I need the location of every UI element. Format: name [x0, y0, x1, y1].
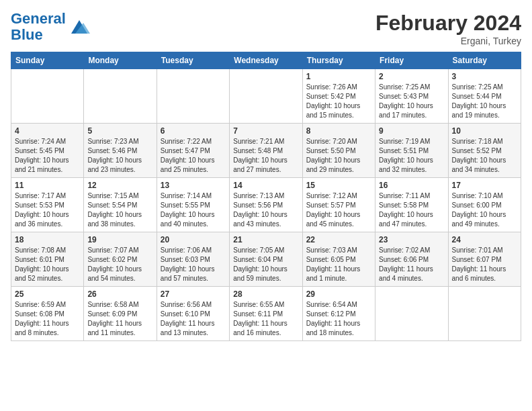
day-cell: 24Sunrise: 7:01 AMSunset: 6:07 PMDayligh…: [448, 232, 521, 287]
logo-icon: [69, 17, 90, 36]
weekday-header-thursday: Thursday: [302, 52, 375, 69]
location-subtitle: Ergani, Turkey: [375, 36, 521, 46]
day-cell: 3Sunrise: 7:25 AMSunset: 5:44 PMDaylight…: [448, 69, 521, 124]
page-header: General Blue February 2024 Ergani, Turke…: [11, 11, 521, 46]
day-number: 20: [161, 235, 226, 244]
day-cell: 26Sunrise: 6:58 AMSunset: 6:09 PMDayligh…: [84, 287, 157, 341]
day-cell: 20Sunrise: 7:06 AMSunset: 6:03 PMDayligh…: [157, 232, 229, 287]
day-cell: 25Sunrise: 6:59 AMSunset: 6:08 PMDayligh…: [11, 287, 84, 341]
title-block: February 2024 Ergani, Turkey: [375, 11, 521, 46]
day-cell: 18Sunrise: 7:08 AMSunset: 6:01 PMDayligh…: [11, 232, 84, 287]
day-info: Sunrise: 7:13 AMSunset: 5:56 PMDaylight:…: [233, 191, 298, 229]
day-number: 19: [87, 235, 152, 244]
day-info: Sunrise: 7:14 AMSunset: 5:55 PMDaylight:…: [161, 191, 226, 229]
calendar-table: SundayMondayTuesdayWednesdayThursdayFrid…: [11, 52, 521, 341]
day-number: 11: [15, 181, 80, 190]
logo: General Blue: [11, 11, 90, 43]
day-info: Sunrise: 7:17 AMSunset: 5:53 PMDaylight:…: [15, 191, 80, 229]
logo-text: General Blue: [11, 11, 66, 43]
day-number: 29: [306, 289, 371, 299]
day-info: Sunrise: 6:56 AMSunset: 6:10 PMDaylight:…: [161, 300, 226, 338]
day-info: Sunrise: 7:01 AMSunset: 6:07 PMDaylight:…: [452, 246, 517, 283]
day-info: Sunrise: 7:11 AMSunset: 5:58 PMDaylight:…: [379, 191, 444, 229]
day-cell: 11Sunrise: 7:17 AMSunset: 5:53 PMDayligh…: [11, 178, 84, 232]
day-info: Sunrise: 6:59 AMSunset: 6:08 PMDaylight:…: [15, 300, 80, 338]
day-number: 8: [306, 126, 371, 136]
day-info: Sunrise: 7:18 AMSunset: 5:52 PMDaylight:…: [452, 137, 517, 175]
day-number: 28: [233, 289, 298, 299]
week-row-4: 18Sunrise: 7:08 AMSunset: 6:01 PMDayligh…: [11, 232, 521, 287]
day-number: 24: [452, 235, 517, 244]
day-number: 18: [15, 235, 80, 244]
day-info: Sunrise: 7:03 AMSunset: 6:05 PMDaylight:…: [306, 246, 371, 283]
day-cell: 9Sunrise: 7:19 AMSunset: 5:51 PMDaylight…: [375, 124, 448, 178]
day-cell: 19Sunrise: 7:07 AMSunset: 6:02 PMDayligh…: [84, 232, 157, 287]
day-info: Sunrise: 7:05 AMSunset: 6:04 PMDaylight:…: [233, 246, 298, 283]
day-info: Sunrise: 7:10 AMSunset: 6:00 PMDaylight:…: [452, 191, 517, 229]
weekday-header-monday: Monday: [84, 52, 157, 69]
day-cell: 28Sunrise: 6:55 AMSunset: 6:11 PMDayligh…: [230, 287, 302, 341]
day-number: 25: [15, 289, 80, 299]
weekday-header-saturday: Saturday: [448, 52, 521, 69]
day-number: 10: [452, 126, 517, 136]
weekday-header-wednesday: Wednesday: [230, 52, 302, 69]
day-info: Sunrise: 7:06 AMSunset: 6:03 PMDaylight:…: [161, 246, 226, 283]
day-info: Sunrise: 7:08 AMSunset: 6:01 PMDaylight:…: [15, 246, 80, 283]
week-row-3: 11Sunrise: 7:17 AMSunset: 5:53 PMDayligh…: [11, 178, 521, 232]
day-number: 3: [452, 72, 517, 81]
day-number: 22: [306, 235, 371, 244]
day-cell: 10Sunrise: 7:18 AMSunset: 5:52 PMDayligh…: [448, 124, 521, 178]
day-cell: 15Sunrise: 7:12 AMSunset: 5:57 PMDayligh…: [302, 178, 375, 232]
week-row-1: 1Sunrise: 7:26 AMSunset: 5:42 PMDaylight…: [11, 69, 521, 124]
day-cell: [157, 69, 229, 124]
day-number: 13: [161, 181, 226, 190]
day-cell: 27Sunrise: 6:56 AMSunset: 6:10 PMDayligh…: [157, 287, 229, 341]
day-number: 14: [233, 181, 298, 190]
weekday-header-sunday: Sunday: [11, 52, 84, 69]
day-cell: 2Sunrise: 7:25 AMSunset: 5:43 PMDaylight…: [375, 69, 448, 124]
day-cell: 7Sunrise: 7:21 AMSunset: 5:48 PMDaylight…: [230, 124, 302, 178]
weekday-header-row: SundayMondayTuesdayWednesdayThursdayFrid…: [11, 52, 521, 69]
day-cell: 17Sunrise: 7:10 AMSunset: 6:00 PMDayligh…: [448, 178, 521, 232]
week-row-2: 4Sunrise: 7:24 AMSunset: 5:45 PMDaylight…: [11, 124, 521, 178]
day-cell: 5Sunrise: 7:23 AMSunset: 5:46 PMDaylight…: [84, 124, 157, 178]
day-cell: 14Sunrise: 7:13 AMSunset: 5:56 PMDayligh…: [230, 178, 302, 232]
weekday-header-friday: Friday: [375, 52, 448, 69]
week-row-5: 25Sunrise: 6:59 AMSunset: 6:08 PMDayligh…: [11, 287, 521, 341]
day-number: 5: [87, 126, 152, 136]
month-title: February 2024: [375, 11, 521, 36]
day-cell: 12Sunrise: 7:15 AMSunset: 5:54 PMDayligh…: [84, 178, 157, 232]
day-info: Sunrise: 7:21 AMSunset: 5:48 PMDaylight:…: [233, 137, 298, 175]
day-cell: 23Sunrise: 7:02 AMSunset: 6:06 PMDayligh…: [375, 232, 448, 287]
day-info: Sunrise: 7:25 AMSunset: 5:43 PMDaylight:…: [379, 83, 444, 120]
day-number: 26: [87, 289, 152, 299]
day-info: Sunrise: 7:26 AMSunset: 5:42 PMDaylight:…: [306, 83, 371, 120]
day-cell: 21Sunrise: 7:05 AMSunset: 6:04 PMDayligh…: [230, 232, 302, 287]
day-number: 2: [379, 72, 444, 81]
day-number: 27: [161, 289, 226, 299]
day-info: Sunrise: 6:55 AMSunset: 6:11 PMDaylight:…: [233, 300, 298, 338]
day-number: 1: [306, 72, 371, 81]
day-info: Sunrise: 7:12 AMSunset: 5:57 PMDaylight:…: [306, 191, 371, 229]
day-number: 4: [15, 126, 80, 136]
day-info: Sunrise: 7:25 AMSunset: 5:44 PMDaylight:…: [452, 83, 517, 120]
day-info: Sunrise: 7:02 AMSunset: 6:06 PMDaylight:…: [379, 246, 444, 283]
day-number: 17: [452, 181, 517, 190]
day-info: Sunrise: 7:15 AMSunset: 5:54 PMDaylight:…: [87, 191, 152, 229]
day-number: 21: [233, 235, 298, 244]
day-number: 16: [379, 181, 444, 190]
weekday-header-tuesday: Tuesday: [157, 52, 229, 69]
day-cell: [375, 287, 448, 341]
day-info: Sunrise: 7:19 AMSunset: 5:51 PMDaylight:…: [379, 137, 444, 175]
day-cell: 1Sunrise: 7:26 AMSunset: 5:42 PMDaylight…: [302, 69, 375, 124]
day-number: 12: [87, 181, 152, 190]
day-cell: 13Sunrise: 7:14 AMSunset: 5:55 PMDayligh…: [157, 178, 229, 232]
day-cell: [448, 287, 521, 341]
day-cell: [11, 69, 84, 124]
day-info: Sunrise: 7:23 AMSunset: 5:46 PMDaylight:…: [87, 137, 152, 175]
day-cell: 4Sunrise: 7:24 AMSunset: 5:45 PMDaylight…: [11, 124, 84, 178]
day-info: Sunrise: 7:20 AMSunset: 5:50 PMDaylight:…: [306, 137, 371, 175]
day-number: 23: [379, 235, 444, 244]
day-info: Sunrise: 7:22 AMSunset: 5:47 PMDaylight:…: [161, 137, 226, 175]
day-cell: [230, 69, 302, 124]
